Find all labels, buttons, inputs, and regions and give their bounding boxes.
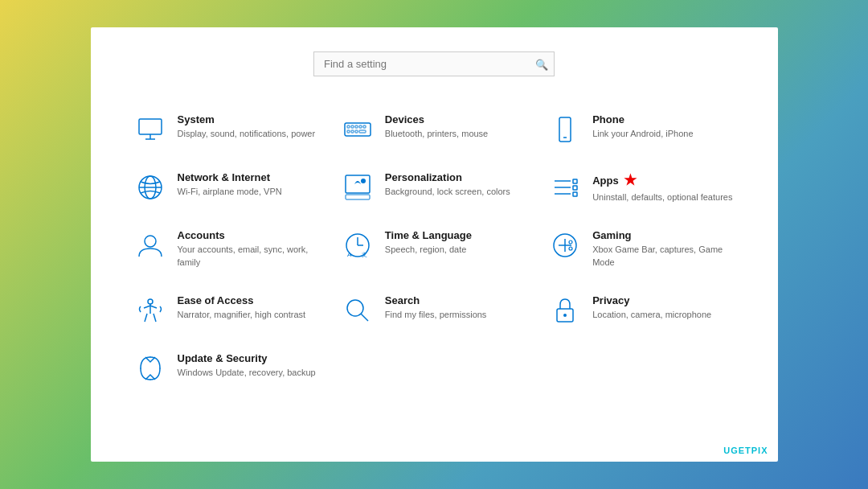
ease-subtitle: Narrator, magnifier, high contrast <box>178 309 306 321</box>
phone-icon <box>549 113 581 146</box>
phone-subtitle: Link your Android, iPhone <box>592 128 693 140</box>
gaming-subtitle: Xbox Game Bar, captures, Game Mode <box>592 244 734 269</box>
svg-point-27 <box>145 236 156 247</box>
update-subtitle: Windows Update, recovery, backup <box>178 367 316 379</box>
apps-title: Apps ★ <box>592 171 732 189</box>
search-icon: 🔍 <box>535 58 548 70</box>
settings-item-system[interactable]: System Display, sound, notifications, po… <box>123 101 330 158</box>
apps-icon <box>549 171 581 203</box>
svg-rect-19 <box>346 195 370 199</box>
svg-text:A: A <box>347 251 352 258</box>
network-title: Network & Internet <box>178 171 282 183</box>
update-icon <box>134 352 166 384</box>
svg-rect-7 <box>347 130 350 133</box>
settings-grid: System Display, sound, notifications, po… <box>123 101 746 397</box>
svg-point-38 <box>148 299 153 304</box>
devices-subtitle: Bluetooth, printers, mouse <box>385 128 488 140</box>
search-container: 🔍 <box>313 51 555 76</box>
update-title: Update & Security <box>178 352 316 364</box>
personalization-subtitle: Background, lock screen, colors <box>385 186 510 198</box>
time-title: Time & Language <box>385 229 472 241</box>
personalization-icon <box>342 171 374 203</box>
svg-rect-10 <box>359 125 362 128</box>
settings-window: 🔍 System Display, sound, notifications, … <box>91 27 778 462</box>
privacy-subtitle: Location, camera, microphone <box>592 309 711 321</box>
watermark: UGETPIX <box>723 446 768 455</box>
privacy-icon <box>549 294 581 327</box>
privacy-title: Privacy <box>592 294 711 306</box>
apps-subtitle: Uninstall, defaults, optional features <box>592 191 732 203</box>
svg-point-37 <box>569 247 572 250</box>
svg-point-42 <box>563 314 567 317</box>
settings-item-personalization[interactable]: Personalization Background, lock screen,… <box>330 158 538 216</box>
ease-icon <box>134 294 166 327</box>
settings-item-update[interactable]: Update & Security Windows Update, recove… <box>123 339 330 397</box>
search-settings-icon <box>342 294 374 327</box>
svg-point-20 <box>361 179 366 183</box>
svg-rect-11 <box>363 125 366 128</box>
svg-rect-6 <box>355 125 358 128</box>
svg-text:文: 文 <box>362 252 367 257</box>
accounts-subtitle: Your accounts, email, sync, work, family <box>178 244 319 269</box>
svg-rect-12 <box>359 130 366 133</box>
accounts-title: Accounts <box>178 229 319 241</box>
system-title: System <box>178 113 316 125</box>
svg-rect-3 <box>345 123 371 136</box>
svg-rect-26 <box>573 192 577 196</box>
settings-item-gaming[interactable]: Gaming Xbox Game Bar, captures, Game Mod… <box>538 216 745 281</box>
apps-star: ★ <box>624 171 637 189</box>
svg-rect-8 <box>351 130 354 133</box>
ease-title: Ease of Access <box>178 294 306 306</box>
settings-item-ease[interactable]: Ease of Access Narrator, magnifier, high… <box>123 281 330 339</box>
settings-item-search[interactable]: Search Find my files, permissions <box>330 281 538 339</box>
settings-item-time[interactable]: A 文 Time & Language Speech, region, date <box>330 216 538 281</box>
svg-rect-0 <box>139 119 162 134</box>
svg-rect-5 <box>351 125 354 128</box>
search-subtitle: Find my files, permissions <box>385 309 487 321</box>
network-icon <box>134 171 166 203</box>
settings-item-apps[interactable]: Apps ★ Uninstall, defaults, optional fea… <box>538 158 745 216</box>
system-icon <box>134 113 166 146</box>
settings-item-phone[interactable]: Phone Link your Android, iPhone <box>538 101 745 158</box>
phone-title: Phone <box>592 113 693 125</box>
gaming-icon <box>549 229 581 261</box>
search-title: Search <box>385 294 487 306</box>
svg-rect-18 <box>346 175 370 193</box>
search-input[interactable] <box>313 51 555 76</box>
network-subtitle: Wi-Fi, airplane mode, VPN <box>178 186 282 198</box>
personalization-title: Personalization <box>385 171 510 183</box>
accounts-icon <box>134 229 166 261</box>
svg-rect-9 <box>355 130 358 133</box>
devices-icon <box>342 113 374 146</box>
svg-point-36 <box>569 240 572 244</box>
settings-item-devices[interactable]: Devices Bluetooth, printers, mouse <box>330 101 538 158</box>
time-icon: A 文 <box>342 229 374 261</box>
svg-line-40 <box>361 314 368 321</box>
settings-item-privacy[interactable]: Privacy Location, camera, microphone <box>538 281 745 339</box>
time-subtitle: Speech, region, date <box>385 244 472 256</box>
svg-rect-4 <box>347 125 350 128</box>
system-subtitle: Display, sound, notifications, power <box>178 128 316 140</box>
svg-rect-24 <box>573 179 577 183</box>
gaming-title: Gaming <box>592 229 734 241</box>
settings-item-network[interactable]: Network & Internet Wi-Fi, airplane mode,… <box>123 158 330 216</box>
svg-rect-25 <box>573 186 577 190</box>
devices-title: Devices <box>385 113 488 125</box>
settings-item-accounts[interactable]: Accounts Your accounts, email, sync, wor… <box>123 216 330 281</box>
